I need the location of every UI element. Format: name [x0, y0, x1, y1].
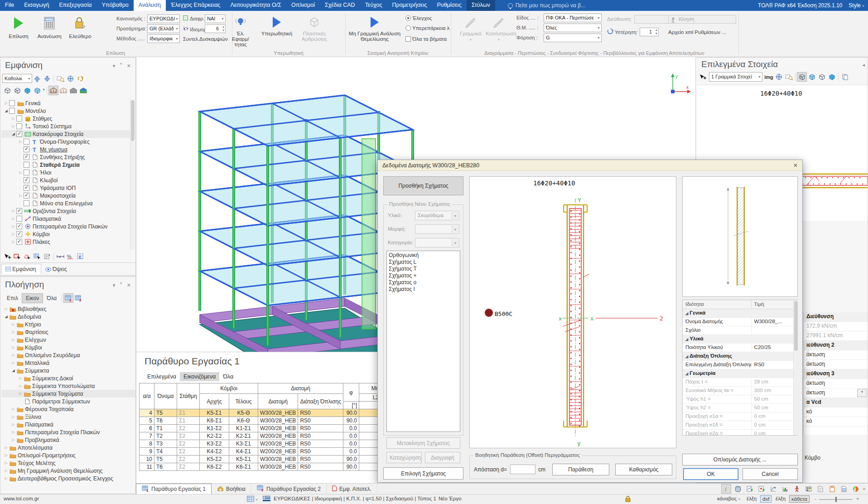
checkbox-icon[interactable]: [16, 231, 22, 237]
menu-tab-Επεξεργασία[interactable]: Επεξεργασία: [54, 0, 96, 11]
checkbox-icon[interactable]: [16, 116, 22, 121]
element-info-icon[interactable]: E: [75, 252, 85, 261]
tree-item-Μοντέλο[interactable]: ◢Μοντέλο: [1, 107, 131, 115]
checkbox-icon[interactable]: [24, 170, 29, 175]
pan-icon[interactable]: [774, 72, 784, 82]
expander-icon[interactable]: ▷: [10, 209, 16, 213]
ribbon-button-Υπερωθητική[interactable]: Υπερωθητική: [256, 14, 298, 36]
menu-tab-Τεύχος[interactable]: Τεύχος: [360, 0, 387, 11]
shape-list-item[interactable]: Ορθογωνική: [389, 252, 458, 259]
expander-icon[interactable]: ▷: [18, 194, 24, 198]
checkbox-icon[interactable]: [16, 239, 22, 245]
table-row[interactable]: 11T6Σ2 Κ6-Σ2Κ6-Σ1W300/28_HEBRS0 90.02.85: [140, 463, 397, 471]
menu-tab-Προμετρήσεις[interactable]: Προμετρήσεις: [387, 0, 432, 11]
display-panel-tab-Όψεις[interactable]: Όψεις: [41, 264, 72, 274]
ribbon-button-nonlinear-foundation[interactable]: Μη Γραμμική Ανάλυση Θεμελίωσης: [348, 14, 401, 42]
tree-item-Σύμμεικτα Τοιχώματα[interactable]: ▷Σύμμεικτα Τοιχώματα: [1, 390, 135, 397]
col-header[interactable]: α/α: [140, 383, 154, 409]
color-sphere-icon[interactable]: [851, 484, 861, 494]
hidden-line-cube-icon[interactable]: [12, 86, 22, 95]
select-shape-button[interactable]: Επιλογή Σχήματος: [383, 467, 463, 480]
expander-icon[interactable]: ◢: [3, 315, 9, 319]
dialog-titlebar[interactable]: Δεδομένα Διατομής W300/28_HEB280 ✕: [378, 160, 802, 171]
checkbox-icon[interactable]: [16, 131, 22, 137]
tree-item-Ελέγχων[interactable]: ▷Ελέγχων: [1, 336, 135, 344]
material-select[interactable]: Σκυρόδεμα▼: [415, 211, 459, 220]
work-window-2-icon[interactable]: 2: [73, 293, 83, 303]
delete-button[interactable]: Διαγραφή: [425, 452, 460, 463]
work-window-tab-Επιλεγμένα[interactable]: Επιλεγμένα: [144, 372, 180, 381]
expander-icon[interactable]: ▷: [3, 461, 9, 465]
table-row[interactable]: 7T2Σ2 Κ2-Σ2Κ2-Σ1W200/28_HEBRS0 0.02.85: [140, 432, 397, 440]
snap-toggle-1[interactable]: έλξη: [747, 496, 757, 501]
tree-item-Δευτεροβάθμιος Προσεισμικός Έλεγχος[interactable]: ▷Δευτεροβάθμιος Προσεισμικός Έλεγχος: [1, 475, 135, 482]
property-row[interactable]: Προεξοχή e1δ =0 cm: [683, 421, 797, 430]
overflow-chevron-icon[interactable]: »: [863, 486, 865, 491]
add-chart-icon[interactable]: [745, 484, 755, 494]
shape-list-item[interactable]: Σχήματος T: [389, 266, 458, 272]
expander-icon[interactable]: ▷: [10, 224, 16, 228]
properties-scrollbar[interactable]: [793, 300, 798, 435]
display-scope-select[interactable]: Καθολικ▼: [2, 74, 32, 83]
add-shape-button[interactable]: Προσθήκη Σχήματος: [383, 176, 463, 195]
property-row[interactable]: Όνομα ΔιατομήςW300/28_...: [683, 318, 797, 326]
expander-icon[interactable]: ▷: [10, 438, 16, 442]
ribbon-button-Κοιτόστρωση[interactable]: Κοιτόστρωση▼: [486, 14, 512, 42]
checkbox-icon[interactable]: [24, 154, 29, 160]
ribbon-field-select[interactable]: GR (Ελλάδ▼: [147, 24, 180, 33]
checkbox-icon[interactable]: [16, 123, 22, 129]
tree-item-Πλασματικά[interactable]: ▷Πλασματικά: [1, 421, 135, 428]
tree-item-Κόμβοι[interactable]: ▷Κόμβοι: [1, 344, 135, 351]
chevron-down-icon[interactable]: ▼: [42, 88, 45, 91]
database-icon[interactable]: [733, 484, 743, 494]
tree-item-Με γέμισμα[interactable]: TΜε γέμισμα: [1, 145, 131, 153]
document-icon[interactable]: [815, 484, 825, 494]
checkbox-icon[interactable]: [24, 139, 29, 145]
tree-item-Σύμμεικτα Υποστυλώματα[interactable]: ▷Σύμμεικτα Υποστυλώματα: [1, 382, 135, 390]
select-add-icon[interactable]: [2, 252, 12, 261]
reinforcement-button[interactable]: Οπλισμός Διατομής ...: [682, 454, 798, 465]
ribbon-button-Πλαστικές Αρθρώσεις[interactable]: Πλαστικές Αρθρώσεις: [294, 14, 335, 42]
checkbox-icon[interactable]: [24, 146, 29, 152]
expander-icon[interactable]: ▷: [18, 392, 24, 396]
menu-tab-Στύλων[interactable]: Στύλων: [467, 0, 495, 11]
properties-icon[interactable]: [42, 252, 52, 261]
expander-icon[interactable]: ▷: [10, 338, 16, 342]
table-row[interactable]: 8T3Σ2 Κ3-Σ2Κ3-Σ1W200/28_HEBRS0 0.02.85: [140, 440, 397, 448]
menu-tab-Λειτουργικότητα Ο/Σ[interactable]: Λειτουργικότητα Ο/Σ: [225, 0, 286, 11]
checkbox-all-steps[interactable]: Όλα τα βήματα: [405, 36, 447, 42]
shape-list-item[interactable]: Σχήματος I: [389, 286, 458, 293]
expander-icon[interactable]: ▷: [3, 307, 9, 311]
zoom-orbit-icon[interactable]: [75, 74, 85, 83]
expander-icon[interactable]: ▷: [10, 407, 16, 411]
zoom-window-icon[interactable]: [784, 72, 794, 82]
palette-icon[interactable]: [804, 484, 814, 494]
ghost-cube-icon[interactable]: [807, 72, 817, 82]
tree-item-Κατακόρυφα Στοιχεία[interactable]: ◢Κατακόρυφα Στοιχεία: [1, 130, 131, 138]
property-row[interactable]: Επιλεγμένη Διάταξη ΌπλισηςRS0: [683, 361, 797, 369]
expander-icon[interactable]: ▷: [3, 101, 9, 105]
motion-field[interactable]: Κίνηση: [668, 15, 736, 24]
ribbon-big-button-Επίλυση[interactable]: Επίλυση: [4, 13, 34, 48]
tree-item-Πλασματικά[interactable]: ▷Πλασματικά: [1, 215, 131, 223]
expander-icon[interactable]: ▷: [10, 217, 16, 221]
col-group-header[interactable]: Διατομή: [258, 383, 343, 394]
move-shape-button[interactable]: Μετακίνηση Σχήματος: [386, 437, 460, 449]
snap-toggle-2[interactable]: έλξη: [776, 496, 786, 501]
tree-item-Σύμμεικτες Δοκοί[interactable]: ▷Σύμμεικτες Δοκοί: [1, 374, 135, 382]
expander-icon[interactable]: ▷: [10, 361, 16, 365]
checkbox-icon[interactable]: [24, 177, 29, 183]
property-row[interactable]: Συνολικό Μήκος lw =300 cm: [683, 387, 797, 395]
n-curve-icon[interactable]: N: [768, 484, 778, 494]
render-building-1-icon[interactable]: [48, 86, 58, 95]
checkbox-icon[interactable]: [9, 100, 15, 106]
property-group-row[interactable]: ◢ Γεωμετρία: [683, 369, 797, 378]
menu-tab-Οπλισμοί[interactable]: Οπλισμοί: [286, 0, 320, 11]
render-building-2-icon[interactable]: [58, 86, 68, 95]
table-row[interactable]: 9T4Σ2 Κ4-Σ2Κ4-Σ1W200/28_HEBRS0 0.02.80: [140, 448, 397, 456]
ribbon-button-Έλ. Εφαρμ/τητας[interactable]: Έλ. Εφαρμ/τητας: [229, 14, 252, 47]
expander-icon[interactable]: ▷: [10, 124, 16, 128]
tree-item-Οπλισμένο Σκυρόδεμα[interactable]: ▷Οπλισμένο Σκυρόδεμα: [1, 351, 135, 359]
tree-item-Σταθερά Σημεία[interactable]: Σταθερά Σημεία: [1, 161, 131, 169]
tree-item-Μακροστοιχεία[interactable]: ▷Μακροστοιχεία: [1, 192, 131, 199]
